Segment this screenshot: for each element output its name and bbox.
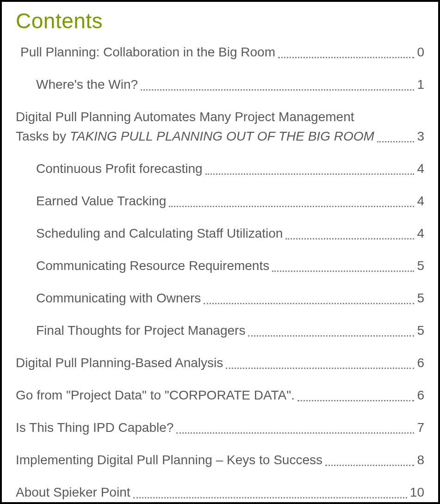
toc-entry-label: Go from "Project Data" to "CORPORATE DAT…	[16, 386, 295, 405]
toc-entry-label: Digital Pull Planning-Based Analysis	[16, 353, 223, 373]
toc-entry-page: 4	[417, 159, 424, 178]
toc-entry-label-line1: Digital Pull Planning Automates Many Pro…	[16, 107, 424, 127]
toc-entry-label: Where's the Win?	[36, 75, 138, 94]
toc-subentry[interactable]: Continuous Profit forecasting 4	[36, 159, 424, 178]
toc-entry-label: Communicating Resource Requirements	[36, 256, 269, 276]
toc-subentry[interactable]: Communicating Resource Requirements 5	[36, 256, 424, 276]
toc-entry-label: Pull Planning: Collaboration in the Big …	[20, 43, 275, 62]
toc-leader	[141, 89, 414, 91]
toc-entry[interactable]: Pull Planning: Collaboration in the Big …	[20, 43, 424, 62]
toc-entry-page: 4	[417, 224, 424, 243]
toc-entry-label: Scheduling and Calculating Staff Utiliza…	[36, 224, 283, 243]
toc-subentry[interactable]: Where's the Win? 1	[36, 75, 424, 94]
toc-entry[interactable]: Is This Thing IPD Capable? 7	[16, 418, 424, 437]
toc-leader	[325, 465, 414, 466]
table-of-contents: Pull Planning: Collaboration in the Big …	[16, 43, 424, 504]
toc-leader	[285, 238, 414, 240]
toc-entry-page: 1	[417, 75, 424, 94]
toc-entry[interactable]: Digital Pull Planning-Based Analysis 6	[16, 353, 424, 373]
toc-entry[interactable]: Implementing Digital Pull Planning – Key…	[16, 450, 424, 470]
toc-leader	[226, 368, 414, 369]
toc-entry-page: 6	[417, 386, 424, 405]
toc-subentry[interactable]: Communicating with Owners 5	[36, 289, 424, 308]
toc-subentry[interactable]: Final Thoughts for Project Managers 5	[36, 321, 424, 340]
toc-entry-page: 7	[417, 418, 424, 437]
toc-entry-page: 4	[417, 191, 424, 211]
toc-entry-label: Is This Thing IPD Capable?	[16, 418, 174, 437]
toc-entry[interactable]: Go from "Project Data" to "CORPORATE DAT…	[16, 386, 424, 405]
toc-entry-label-part: Tasks by	[16, 129, 70, 143]
toc-leader	[297, 400, 414, 401]
toc-entry-page: 8	[417, 450, 424, 470]
toc-entry-label: Earned Value Tracking	[36, 191, 166, 211]
toc-entry-page: 10	[410, 483, 424, 502]
toc-entry-label: About Spieker Point	[16, 483, 130, 502]
toc-entry-label: Final Thoughts for Project Managers	[36, 321, 245, 340]
toc-entry-page: 3	[417, 127, 424, 146]
toc-leader	[169, 206, 414, 207]
toc-leader	[272, 270, 414, 272]
toc-leader	[133, 497, 407, 498]
toc-entry[interactable]: Digital Pull Planning Automates Many Pro…	[16, 107, 424, 146]
toc-entry-page: 5	[417, 321, 424, 340]
toc-entry-page: 0	[417, 43, 424, 62]
toc-leader	[377, 141, 415, 142]
toc-entry[interactable]: About Spieker Point 10	[16, 483, 424, 502]
toc-entry-page: 6	[417, 353, 424, 373]
contents-heading: Contents	[16, 8, 424, 33]
toc-leader	[205, 173, 415, 175]
toc-entry-label-line2: Tasks by TAKING PULL PLANNING OUT OF THE…	[16, 127, 374, 146]
toc-subentry[interactable]: Scheduling and Calculating Staff Utiliza…	[36, 224, 424, 243]
toc-entry-label: Communicating with Owners	[36, 289, 201, 308]
toc-entry-label-italic: TAKING PULL PLANNING OUT OF THE BIG ROOM	[70, 129, 374, 143]
toc-subentry[interactable]: Earned Value Tracking 4	[36, 191, 424, 211]
toc-leader	[204, 303, 414, 304]
toc-entry-page: 5	[417, 289, 424, 308]
toc-entry-page: 5	[417, 256, 424, 276]
toc-leader	[278, 57, 414, 58]
toc-leader	[176, 432, 414, 434]
toc-leader	[248, 335, 414, 337]
toc-entry-label: Continuous Profit forecasting	[36, 159, 203, 178]
toc-entry-label: Implementing Digital Pull Planning – Key…	[16, 450, 322, 470]
